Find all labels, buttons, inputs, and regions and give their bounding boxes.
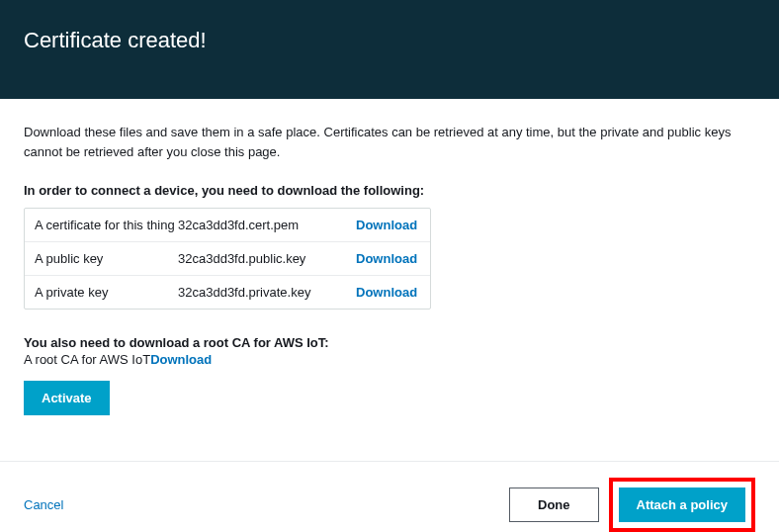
file-label: A private key bbox=[35, 285, 178, 300]
file-name: 32ca3dd3fd.private.key bbox=[178, 285, 356, 300]
rootca-download-link[interactable]: Download bbox=[150, 352, 212, 367]
table-row: A private key 32ca3dd3fd.private.key Dow… bbox=[25, 276, 430, 309]
page-content: Download these files and save them in a … bbox=[0, 99, 779, 433]
attach-highlight: Attach a policy bbox=[609, 478, 755, 532]
page-title: Certificate created! bbox=[24, 28, 207, 53]
activate-button[interactable]: Activate bbox=[24, 381, 110, 415]
table-row: A public key 32ca3dd3fd.public.key Downl… bbox=[25, 242, 430, 276]
cancel-link[interactable]: Cancel bbox=[24, 497, 63, 512]
intro-text: Download these files and save them in a … bbox=[24, 123, 755, 161]
file-name: 32ca3dd3fd.cert.pem bbox=[178, 218, 356, 232]
files-heading: In order to connect a device, you need t… bbox=[24, 183, 755, 198]
footer: Cancel Done Attach a policy bbox=[0, 462, 779, 532]
rootca-heading: You also need to download a root CA for … bbox=[24, 335, 755, 350]
table-row: A certificate for this thing 32ca3dd3fd.… bbox=[25, 209, 430, 242]
download-link-cert[interactable]: Download bbox=[356, 218, 417, 232]
file-label: A certificate for this thing bbox=[35, 218, 178, 232]
file-table: A certificate for this thing 32ca3dd3fd.… bbox=[24, 208, 431, 310]
download-link-public[interactable]: Download bbox=[356, 251, 417, 266]
file-label: A public key bbox=[35, 251, 178, 266]
rootca-text: A root CA for AWS IoT bbox=[24, 352, 150, 367]
done-button[interactable]: Done bbox=[509, 488, 599, 522]
file-name: 32ca3dd3fd.public.key bbox=[178, 251, 356, 266]
rootca-line: A root CA for AWS IoTDownload bbox=[24, 352, 755, 367]
page-header: Certificate created! bbox=[0, 0, 779, 99]
download-link-private[interactable]: Download bbox=[356, 285, 417, 300]
attach-policy-button[interactable]: Attach a policy bbox=[619, 488, 745, 522]
